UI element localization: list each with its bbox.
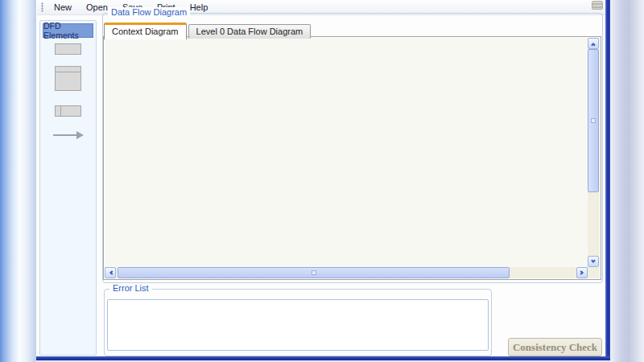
chevron-right-icon	[579, 270, 584, 275]
desktop-background: New Open Save Print Help DFD Elements Da…	[0, 0, 644, 362]
error-list-textarea[interactable]	[107, 299, 489, 351]
window-right-border	[605, 0, 610, 360]
dfd-elements-panel: DFD Elements	[39, 20, 97, 356]
canvas-horizontal-scrollbar[interactable]	[105, 267, 588, 278]
diagram-canvas[interactable]	[105, 38, 588, 267]
data-store-icon	[55, 105, 81, 117]
app-window: New Open Save Print Help DFD Elements Da…	[35, 0, 610, 360]
tab-level-0-data-flow-diagram[interactable]: Level 0 Data Flow Diagram	[188, 24, 312, 39]
vertical-scroll-thumb[interactable]	[588, 49, 599, 192]
chevron-up-icon	[591, 43, 596, 47]
chevron-down-icon	[591, 258, 596, 263]
thumb-grip-icon	[312, 270, 316, 275]
window-bottom-border	[36, 356, 610, 360]
scroll-down-button[interactable]	[588, 256, 599, 267]
error-group-label: Error List	[109, 283, 152, 293]
chevron-left-icon	[109, 270, 114, 275]
process-icon	[55, 66, 81, 91]
scroll-right-button[interactable]	[576, 267, 588, 278]
data-flow-diagram-group: Data Flow Diagram Context Diagram Level …	[102, 13, 603, 283]
desktop-right-gradient	[610, 0, 644, 362]
tool-data-flow[interactable]	[40, 131, 96, 139]
horizontal-scroll-thumb[interactable]	[118, 267, 510, 278]
tool-process[interactable]	[40, 66, 96, 91]
diagram-group-label: Data Flow Diagram	[108, 7, 190, 17]
error-list-group: Error List	[104, 289, 492, 356]
consistency-check-button[interactable]: Consistency Check	[508, 338, 602, 356]
toolstrip-grip-icon	[41, 2, 43, 12]
toolstrip-overflow-icon	[592, 1, 603, 10]
diagram-tab-panel	[103, 36, 601, 280]
tool-data-store[interactable]	[40, 105, 96, 117]
data-flow-arrow-icon	[53, 131, 84, 139]
diagram-tabstrip: Context Diagram Level 0 Data Flow Diagra…	[104, 23, 312, 39]
tab-context-diagram[interactable]: Context Diagram	[104, 23, 187, 39]
external-entity-icon	[55, 43, 81, 55]
tool-external-entity[interactable]	[40, 43, 96, 55]
scroll-left-button[interactable]	[105, 267, 116, 278]
canvas-vertical-scrollbar[interactable]	[588, 38, 600, 267]
desktop-left-gradient	[0, 0, 35, 362]
thumb-grip-icon	[591, 118, 596, 123]
palette-header: DFD Elements	[43, 23, 93, 38]
menu-item-new[interactable]: New	[47, 1, 79, 14]
scrollbar-corner	[588, 267, 600, 278]
scroll-up-button[interactable]	[588, 38, 599, 49]
